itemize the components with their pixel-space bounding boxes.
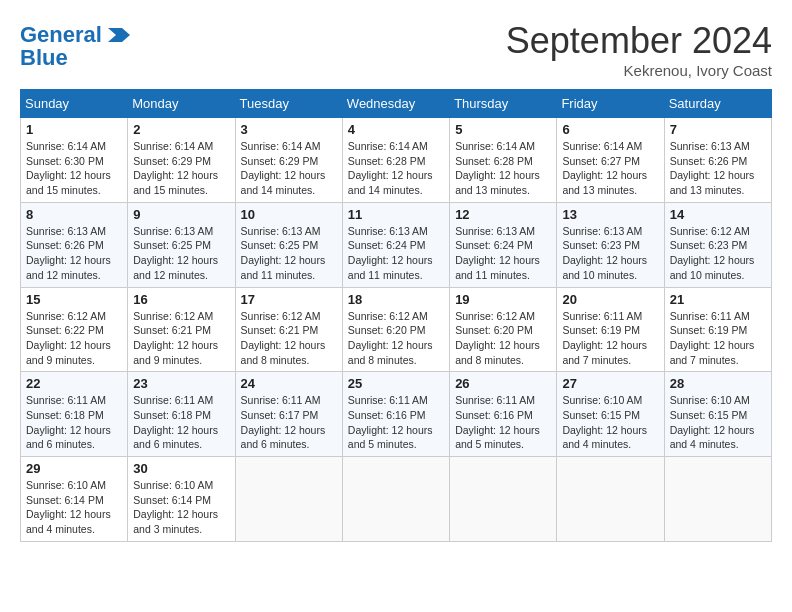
calendar-cell: 10 Sunrise: 6:13 AM Sunset: 6:25 PM Dayl… (235, 202, 342, 287)
calendar-week-5: 29 Sunrise: 6:10 AM Sunset: 6:14 PM Dayl… (21, 457, 772, 542)
day-number: 11 (348, 207, 444, 222)
day-info: Sunrise: 6:12 AM Sunset: 6:21 PM Dayligh… (241, 309, 337, 368)
day-info: Sunrise: 6:14 AM Sunset: 6:29 PM Dayligh… (133, 139, 229, 198)
calendar-cell: 7 Sunrise: 6:13 AM Sunset: 6:26 PM Dayli… (664, 118, 771, 203)
day-number: 4 (348, 122, 444, 137)
weekday-header-tuesday: Tuesday (235, 90, 342, 118)
calendar-cell: 20 Sunrise: 6:11 AM Sunset: 6:19 PM Dayl… (557, 287, 664, 372)
calendar-cell: 6 Sunrise: 6:14 AM Sunset: 6:27 PM Dayli… (557, 118, 664, 203)
calendar-header-row: SundayMondayTuesdayWednesdayThursdayFrid… (21, 90, 772, 118)
day-number: 18 (348, 292, 444, 307)
calendar-cell: 16 Sunrise: 6:12 AM Sunset: 6:21 PM Dayl… (128, 287, 235, 372)
day-info: Sunrise: 6:12 AM Sunset: 6:20 PM Dayligh… (348, 309, 444, 368)
calendar-cell: 30 Sunrise: 6:10 AM Sunset: 6:14 PM Dayl… (128, 457, 235, 542)
page-header: General Blue September 2024 Kekrenou, Iv… (20, 20, 772, 79)
day-info: Sunrise: 6:11 AM Sunset: 6:18 PM Dayligh… (26, 393, 122, 452)
logo: General Blue (20, 20, 134, 70)
calendar-cell: 12 Sunrise: 6:13 AM Sunset: 6:24 PM Dayl… (450, 202, 557, 287)
day-info: Sunrise: 6:14 AM Sunset: 6:27 PM Dayligh… (562, 139, 658, 198)
day-info: Sunrise: 6:10 AM Sunset: 6:14 PM Dayligh… (133, 478, 229, 537)
calendar-week-3: 15 Sunrise: 6:12 AM Sunset: 6:22 PM Dayl… (21, 287, 772, 372)
calendar-cell: 11 Sunrise: 6:13 AM Sunset: 6:24 PM Dayl… (342, 202, 449, 287)
calendar-cell (664, 457, 771, 542)
weekday-header-saturday: Saturday (664, 90, 771, 118)
weekday-header-friday: Friday (557, 90, 664, 118)
calendar-cell: 1 Sunrise: 6:14 AM Sunset: 6:30 PM Dayli… (21, 118, 128, 203)
calendar-cell (342, 457, 449, 542)
day-number: 6 (562, 122, 658, 137)
day-number: 23 (133, 376, 229, 391)
day-number: 1 (26, 122, 122, 137)
calendar-cell (450, 457, 557, 542)
calendar-cell: 19 Sunrise: 6:12 AM Sunset: 6:20 PM Dayl… (450, 287, 557, 372)
calendar-cell: 9 Sunrise: 6:13 AM Sunset: 6:25 PM Dayli… (128, 202, 235, 287)
day-number: 14 (670, 207, 766, 222)
day-number: 27 (562, 376, 658, 391)
day-info: Sunrise: 6:10 AM Sunset: 6:15 PM Dayligh… (562, 393, 658, 452)
day-number: 3 (241, 122, 337, 137)
calendar-cell: 18 Sunrise: 6:12 AM Sunset: 6:20 PM Dayl… (342, 287, 449, 372)
calendar-cell: 5 Sunrise: 6:14 AM Sunset: 6:28 PM Dayli… (450, 118, 557, 203)
calendar-week-2: 8 Sunrise: 6:13 AM Sunset: 6:26 PM Dayli… (21, 202, 772, 287)
day-number: 26 (455, 376, 551, 391)
day-info: Sunrise: 6:14 AM Sunset: 6:29 PM Dayligh… (241, 139, 337, 198)
day-info: Sunrise: 6:13 AM Sunset: 6:25 PM Dayligh… (133, 224, 229, 283)
location: Kekrenou, Ivory Coast (506, 62, 772, 79)
calendar-cell: 28 Sunrise: 6:10 AM Sunset: 6:15 PM Dayl… (664, 372, 771, 457)
month-title: September 2024 (506, 20, 772, 62)
day-info: Sunrise: 6:14 AM Sunset: 6:28 PM Dayligh… (455, 139, 551, 198)
calendar-cell: 4 Sunrise: 6:14 AM Sunset: 6:28 PM Dayli… (342, 118, 449, 203)
day-info: Sunrise: 6:10 AM Sunset: 6:14 PM Dayligh… (26, 478, 122, 537)
weekday-header-thursday: Thursday (450, 90, 557, 118)
day-number: 21 (670, 292, 766, 307)
calendar-cell: 25 Sunrise: 6:11 AM Sunset: 6:16 PM Dayl… (342, 372, 449, 457)
title-block: September 2024 Kekrenou, Ivory Coast (506, 20, 772, 79)
calendar-cell: 3 Sunrise: 6:14 AM Sunset: 6:29 PM Dayli… (235, 118, 342, 203)
day-info: Sunrise: 6:14 AM Sunset: 6:30 PM Dayligh… (26, 139, 122, 198)
day-number: 29 (26, 461, 122, 476)
calendar-body: 1 Sunrise: 6:14 AM Sunset: 6:30 PM Dayli… (21, 118, 772, 542)
day-number: 5 (455, 122, 551, 137)
calendar-week-1: 1 Sunrise: 6:14 AM Sunset: 6:30 PM Dayli… (21, 118, 772, 203)
calendar-cell: 17 Sunrise: 6:12 AM Sunset: 6:21 PM Dayl… (235, 287, 342, 372)
day-info: Sunrise: 6:14 AM Sunset: 6:28 PM Dayligh… (348, 139, 444, 198)
day-info: Sunrise: 6:11 AM Sunset: 6:16 PM Dayligh… (455, 393, 551, 452)
day-number: 28 (670, 376, 766, 391)
day-info: Sunrise: 6:11 AM Sunset: 6:16 PM Dayligh… (348, 393, 444, 452)
day-info: Sunrise: 6:10 AM Sunset: 6:15 PM Dayligh… (670, 393, 766, 452)
calendar-cell: 8 Sunrise: 6:13 AM Sunset: 6:26 PM Dayli… (21, 202, 128, 287)
calendar-cell: 26 Sunrise: 6:11 AM Sunset: 6:16 PM Dayl… (450, 372, 557, 457)
calendar-cell (235, 457, 342, 542)
calendar-cell: 2 Sunrise: 6:14 AM Sunset: 6:29 PM Dayli… (128, 118, 235, 203)
day-number: 15 (26, 292, 122, 307)
day-info: Sunrise: 6:13 AM Sunset: 6:24 PM Dayligh… (348, 224, 444, 283)
day-info: Sunrise: 6:11 AM Sunset: 6:18 PM Dayligh… (133, 393, 229, 452)
logo-icon (104, 20, 134, 50)
day-number: 9 (133, 207, 229, 222)
day-info: Sunrise: 6:13 AM Sunset: 6:26 PM Dayligh… (670, 139, 766, 198)
day-number: 19 (455, 292, 551, 307)
calendar-cell: 27 Sunrise: 6:10 AM Sunset: 6:15 PM Dayl… (557, 372, 664, 457)
calendar-cell: 24 Sunrise: 6:11 AM Sunset: 6:17 PM Dayl… (235, 372, 342, 457)
calendar-cell: 13 Sunrise: 6:13 AM Sunset: 6:23 PM Dayl… (557, 202, 664, 287)
day-info: Sunrise: 6:12 AM Sunset: 6:22 PM Dayligh… (26, 309, 122, 368)
calendar-week-4: 22 Sunrise: 6:11 AM Sunset: 6:18 PM Dayl… (21, 372, 772, 457)
weekday-header-wednesday: Wednesday (342, 90, 449, 118)
day-info: Sunrise: 6:12 AM Sunset: 6:21 PM Dayligh… (133, 309, 229, 368)
day-number: 30 (133, 461, 229, 476)
day-info: Sunrise: 6:11 AM Sunset: 6:17 PM Dayligh… (241, 393, 337, 452)
weekday-header-sunday: Sunday (21, 90, 128, 118)
day-number: 16 (133, 292, 229, 307)
day-info: Sunrise: 6:13 AM Sunset: 6:24 PM Dayligh… (455, 224, 551, 283)
day-number: 22 (26, 376, 122, 391)
day-number: 25 (348, 376, 444, 391)
day-number: 20 (562, 292, 658, 307)
day-number: 17 (241, 292, 337, 307)
day-number: 7 (670, 122, 766, 137)
svg-marker-0 (108, 28, 130, 42)
calendar-cell (557, 457, 664, 542)
day-info: Sunrise: 6:11 AM Sunset: 6:19 PM Dayligh… (670, 309, 766, 368)
calendar-cell: 14 Sunrise: 6:12 AM Sunset: 6:23 PM Dayl… (664, 202, 771, 287)
calendar-cell: 15 Sunrise: 6:12 AM Sunset: 6:22 PM Dayl… (21, 287, 128, 372)
day-number: 13 (562, 207, 658, 222)
